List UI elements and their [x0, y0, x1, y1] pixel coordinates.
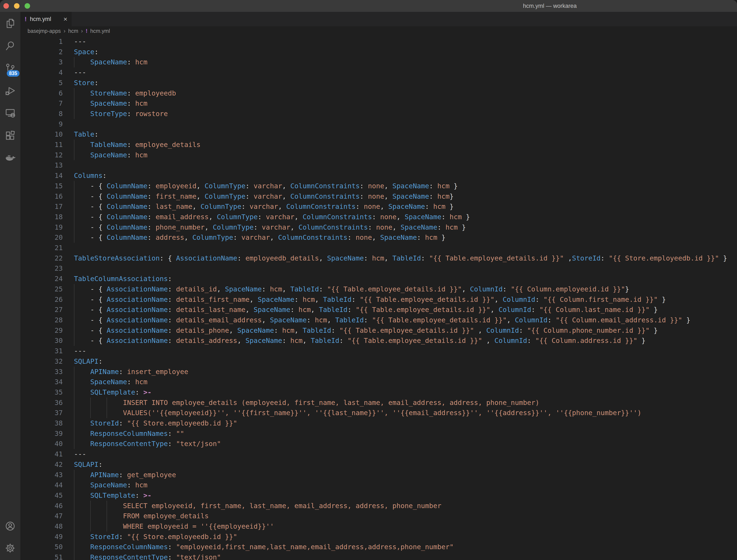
code-text: - { ColumnName: employeeid, ColumnType: …	[74, 181, 458, 191]
code-line[interactable]: 49 StoreId: "{{ Store.employeedb.id }}"	[20, 532, 737, 542]
activity-bar: 835	[0, 12, 20, 560]
code-line[interactable]: 41---	[20, 449, 737, 459]
line-number: 25	[20, 284, 63, 294]
code-text: TableStoreAssociation: { AssociationName…	[74, 253, 727, 263]
line-number: 21	[20, 243, 63, 253]
line-number: 47	[20, 511, 63, 521]
code-line[interactable]: 20 - { ColumnName: address, ColumnType: …	[20, 232, 737, 243]
code-line[interactable]: 27 - { AssociationName: details_last_nam…	[20, 305, 737, 315]
run-and-debug-icon[interactable]	[4, 85, 16, 97]
code-line[interactable]: 35 SQLTemplate: >-	[20, 387, 737, 398]
code-line[interactable]: 47 FROM employee_details	[20, 511, 737, 521]
docker-icon[interactable]	[4, 152, 16, 164]
tab-close-icon[interactable]: ×	[63, 16, 67, 22]
code-line[interactable]: 8 StoreType: rowstore	[20, 109, 737, 119]
search-icon[interactable]	[4, 40, 16, 52]
extensions-icon[interactable]	[4, 130, 16, 141]
code-line[interactable]: 37 VALUES(''{{employeeid}}'', ''{{first_…	[20, 408, 737, 418]
line-number: 51	[20, 552, 63, 560]
line-number: 12	[20, 150, 63, 160]
titlebar: hcm.yml — workarea	[0, 0, 737, 12]
code-text: ResponseColumnNames: "employeeid,first_n…	[74, 542, 454, 552]
code-text: - { AssociationName: details_address, Sp…	[74, 335, 645, 346]
code-text: - { ColumnName: phone_number, ColumnType…	[74, 222, 466, 233]
code-line[interactable]: 11 TableName: employee_details	[20, 140, 737, 150]
code-text: SpaceName: hcm	[74, 57, 147, 67]
code-line[interactable]: 4---	[20, 67, 737, 78]
code-text: Columns:	[74, 170, 107, 181]
line-number: 29	[20, 325, 63, 336]
code-line[interactable]: 9	[20, 119, 737, 129]
code-line[interactable]: 44 SpaceName: hcm	[20, 480, 737, 490]
code-text: ---	[74, 346, 86, 356]
code-text: - { ColumnName: email_address, ColumnTyp…	[74, 212, 470, 222]
code-line[interactable]: 15 - { ColumnName: employeeid, ColumnTyp…	[20, 181, 737, 191]
code-line[interactable]: 24TableColumnAssociations:	[20, 274, 737, 284]
code-line[interactable]: 3 SpaceName: hcm	[20, 57, 737, 67]
source-control-icon[interactable]: 835	[4, 62, 16, 74]
code-text: - { AssociationName: details_email_addre…	[74, 315, 690, 325]
code-line[interactable]: 2Space:	[20, 47, 737, 57]
code-line[interactable]: 18 - { ColumnName: email_address, Column…	[20, 212, 737, 222]
code-line[interactable]: 23	[20, 263, 737, 274]
code-line[interactable]: 31---	[20, 346, 737, 356]
line-number: 24	[20, 274, 63, 284]
code-line[interactable]: 43 APIName: get_employee	[20, 470, 737, 480]
code-editor[interactable]: 1---2Space:3 SpaceName: hcm4---5Store:6 …	[20, 36, 737, 560]
code-text: SpaceName: hcm	[74, 150, 147, 160]
code-line[interactable]: 42SQLAPI:	[20, 459, 737, 470]
code-text: StoreType: rowstore	[74, 109, 168, 119]
code-line[interactable]: 17 - { ColumnName: last_name, ColumnType…	[20, 201, 737, 212]
breadcrumb-folder[interactable]: basejmp-apps	[28, 28, 61, 34]
code-line[interactable]: 13	[20, 160, 737, 170]
code-line[interactable]: 40 ResponseContentType: "text/json"	[20, 439, 737, 449]
code-line[interactable]: 36 INSERT INTO employee_details (employe…	[20, 398, 737, 408]
line-number: 26	[20, 294, 63, 305]
code-line[interactable]: 30 - { AssociationName: details_address,…	[20, 335, 737, 346]
code-line[interactable]: 32SQLAPI:	[20, 356, 737, 367]
zoom-window-button[interactable]	[25, 3, 30, 9]
line-number: 13	[20, 160, 63, 170]
code-line[interactable]: 45 SQLTemplate: >-	[20, 490, 737, 501]
code-line[interactable]: 38 StoreId: "{{ Store.employeedb.id }}"	[20, 418, 737, 428]
breadcrumb-folder[interactable]: hcm	[68, 28, 78, 34]
code-line[interactable]: 14Columns:	[20, 170, 737, 181]
code-line[interactable]: 25 - { AssociationName: details_id, Spac…	[20, 284, 737, 294]
code-text: - { ColumnName: address, ColumnType: var…	[74, 232, 446, 243]
code-line[interactable]: 19 - { ColumnName: phone_number, ColumnT…	[20, 222, 737, 233]
code-line[interactable]: 51 ResponseContentType: "text/json"	[20, 552, 737, 560]
code-line[interactable]: 28 - { AssociationName: details_email_ad…	[20, 315, 737, 325]
code-line[interactable]: 39 ResponseColumnNames: ""	[20, 428, 737, 439]
breadcrumb-file[interactable]: hcm.yml	[90, 28, 110, 34]
line-number: 8	[20, 109, 63, 119]
line-number: 38	[20, 418, 63, 428]
code-text: SpaceName: hcm	[74, 98, 147, 109]
code-line[interactable]: 6 StoreName: employeedb	[20, 88, 737, 98]
explorer-icon[interactable]	[4, 17, 16, 29]
code-line[interactable]: 50 ResponseColumnNames: "employeeid,firs…	[20, 542, 737, 552]
code-text: - { AssociationName: details_phone, Spac…	[74, 325, 658, 336]
code-line[interactable]: 46 SELECT employeeid, first_name, last_n…	[20, 501, 737, 511]
code-line[interactable]: 5Store:	[20, 78, 737, 88]
code-line[interactable]: 33 APIName: insert_employee	[20, 367, 737, 377]
code-line[interactable]: 34 SpaceName: hcm	[20, 377, 737, 387]
minimize-window-button[interactable]	[14, 3, 19, 9]
code-line[interactable]: 16 - { ColumnName: first_name, ColumnTyp…	[20, 191, 737, 202]
code-line[interactable]: 7 SpaceName: hcm	[20, 98, 737, 109]
accounts-icon[interactable]	[4, 520, 16, 532]
code-line[interactable]: 48 WHERE employeeid = ''{{employeeid}}''	[20, 521, 737, 532]
close-window-button[interactable]	[3, 3, 9, 9]
remote-explorer-icon[interactable]	[4, 107, 16, 119]
code-line[interactable]: 29 - { AssociationName: details_phone, S…	[20, 325, 737, 336]
code-line[interactable]: 21	[20, 243, 737, 253]
settings-gear-icon[interactable]	[4, 542, 16, 554]
line-number: 42	[20, 459, 63, 470]
line-number: 10	[20, 129, 63, 140]
code-line[interactable]: 12 SpaceName: hcm	[20, 150, 737, 160]
code-text: Store:	[74, 78, 98, 88]
code-line[interactable]: 26 - { AssociationName: details_first_na…	[20, 294, 737, 305]
tab-hcm-yml[interactable]: ! hcm.yml ×	[20, 12, 72, 26]
code-line[interactable]: 10Table:	[20, 129, 737, 140]
code-line[interactable]: 22TableStoreAssociation: { AssociationNa…	[20, 253, 737, 263]
code-line[interactable]: 1---	[20, 36, 737, 47]
